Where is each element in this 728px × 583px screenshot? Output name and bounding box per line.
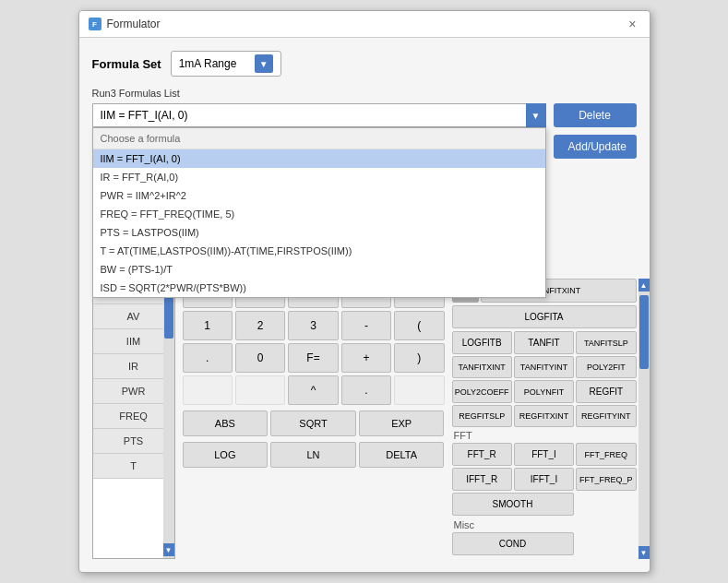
title-bar: F Formulator × bbox=[79, 11, 650, 38]
variables-scrollbar bbox=[163, 280, 174, 558]
right-panel: P LINFITXINT LOGFITA LOGFITB TANFIT TANF… bbox=[452, 279, 637, 559]
numpad-lparen[interactable]: ( bbox=[394, 311, 444, 340]
var-btn-AV[interactable]: AV bbox=[93, 304, 174, 329]
numpad-minus[interactable]: - bbox=[341, 311, 391, 340]
btn-fft-r[interactable]: FFT_R bbox=[452, 443, 512, 466]
numpad-dot[interactable]: . bbox=[183, 343, 233, 373]
btn-logfitb[interactable]: LOGFITB bbox=[452, 331, 512, 354]
numpad-empty1 bbox=[183, 375, 233, 405]
btn-tanfityint[interactable]: TANFITYINT bbox=[514, 356, 574, 378]
var-btn-PWR[interactable]: PWR bbox=[93, 379, 174, 404]
formula-input-container: Choose a formula IIM = FFT_I(AI, 0) IR =… bbox=[92, 103, 546, 127]
logfita-row: LOGFITA bbox=[452, 305, 637, 328]
formula-item-4[interactable]: PTS = LASTPOS(IIM) bbox=[93, 223, 545, 242]
right-scroll-down-btn[interactable] bbox=[638, 546, 650, 559]
btn-regfit[interactable]: REGFIT bbox=[576, 380, 636, 403]
action-buttons: Delete Add/Update bbox=[554, 103, 637, 159]
add-update-button[interactable]: Add/Update bbox=[554, 135, 637, 159]
numpad-plus[interactable]: + bbox=[341, 343, 391, 373]
btn-smooth[interactable]: SMOOTH bbox=[452, 493, 574, 516]
btn-tanfitxint[interactable]: TANFITXINT bbox=[452, 356, 512, 378]
btn-fft-i[interactable]: FFT_I bbox=[514, 443, 574, 466]
math-functions-row2: LOG LN DELTA bbox=[183, 442, 445, 468]
app-icon: F bbox=[89, 18, 101, 30]
numpad-3[interactable]: 3 bbox=[288, 311, 338, 340]
btn-cond[interactable]: COND bbox=[452, 532, 574, 555]
main-area: AI AV IIM IR PWR FREQ PTS T bbox=[92, 279, 637, 559]
numpad-0[interactable]: 0 bbox=[235, 343, 285, 373]
formula-item-5[interactable]: T = AT(TIME,LASTPOS(IIM))-AT(TIME,FIRSTP… bbox=[93, 242, 545, 260]
formula-set-select[interactable]: 1mA Range bbox=[171, 51, 281, 77]
dropdown-header: Choose a formula bbox=[93, 128, 545, 149]
numpad-1[interactable]: 1 bbox=[183, 311, 233, 340]
formulas-list-label: Run3 Formulas List bbox=[92, 88, 637, 99]
btn-regfityint[interactable]: REGFITYINT bbox=[576, 405, 636, 427]
func-sqrt[interactable]: SQRT bbox=[270, 410, 356, 436]
btn-poly2fit[interactable]: POLY2FIT bbox=[576, 356, 636, 378]
title-bar-left: F Formulator bbox=[89, 18, 161, 30]
formula-set-dropdown-arrow[interactable] bbox=[255, 54, 273, 73]
variables-list: AI AV IIM IR PWR FREQ PTS T bbox=[92, 279, 175, 559]
delete-button[interactable]: Delete bbox=[554, 103, 637, 127]
variables-scroll-down[interactable] bbox=[163, 543, 174, 556]
misc-label: Misc bbox=[452, 519, 637, 530]
btn-poly2coeff[interactable]: POLY2COEFF bbox=[452, 380, 512, 403]
fft-label: FFT bbox=[452, 430, 637, 441]
formula-item-7[interactable]: ISD = SQRT(2*PWR/(PTS*BW)) bbox=[93, 279, 545, 297]
formula-set-row: Formula Set 1mA Range bbox=[92, 51, 637, 77]
content-area: Formula Set 1mA Range Run3 Formulas List… bbox=[79, 38, 650, 572]
numpad-empty2 bbox=[235, 375, 285, 405]
func-exp[interactable]: EXP bbox=[359, 410, 445, 436]
numpad-empty3 bbox=[394, 375, 444, 405]
close-button[interactable]: × bbox=[625, 17, 639, 31]
fit-functions-grid: LOGFITB TANFIT TANFITSLP TANFITXINT TANF… bbox=[452, 331, 637, 427]
fft-grid: FFT_R FFT_I FFT_FREQ IFFT_R IFFT_I FFT_F… bbox=[452, 443, 637, 491]
left-panel: AI AV IIM IR PWR FREQ PTS T bbox=[92, 279, 175, 559]
right-scroll-up-btn[interactable] bbox=[638, 279, 650, 292]
btn-polynfit[interactable]: POLYNFIT bbox=[514, 380, 574, 403]
math-functions-row1: ABS SQRT EXP bbox=[183, 410, 445, 436]
btn-regfitxint[interactable]: REGFITXINT bbox=[514, 405, 574, 427]
formulator-window: F Formulator × Formula Set 1mA Range Run… bbox=[78, 10, 650, 573]
btn-ifft-r[interactable]: IFFT_R bbox=[452, 468, 512, 491]
btn-tanfitslp[interactable]: TANFITSLP bbox=[576, 331, 636, 354]
right-scroll-thumb bbox=[639, 295, 649, 369]
func-abs[interactable]: ABS bbox=[183, 410, 269, 436]
var-btn-IR[interactable]: IR bbox=[93, 354, 174, 379]
formula-item-6[interactable]: BW = (PTS-1)/T bbox=[93, 260, 545, 279]
smooth-row: SMOOTH bbox=[452, 493, 637, 516]
numpad-dot2[interactable]: . bbox=[341, 375, 391, 405]
var-btn-T[interactable]: T bbox=[93, 454, 174, 479]
btn-tanfit[interactable]: TANFIT bbox=[514, 331, 574, 354]
btn-fft-freq[interactable]: FFT_FREQ bbox=[576, 443, 636, 466]
formula-dropdown-menu: Choose a formula IIM = FFT_I(AI, 0) IR =… bbox=[92, 127, 546, 298]
btn-logfita[interactable]: LOGFITA bbox=[452, 305, 637, 328]
formula-input-section: Choose a formula IIM = FFT_I(AI, 0) IR =… bbox=[92, 103, 637, 159]
var-btn-FREQ[interactable]: FREQ bbox=[93, 404, 174, 429]
formula-item-2[interactable]: PWR = IIM^2+IR^2 bbox=[93, 186, 545, 205]
btn-regfitslp[interactable]: REGFITSLP bbox=[452, 405, 512, 427]
numpad-feq[interactable]: F= bbox=[288, 343, 338, 373]
numpad-rparen[interactable]: ) bbox=[394, 343, 444, 373]
formula-set-value: 1mA Range bbox=[179, 57, 237, 70]
formula-item-3[interactable]: FREQ = FFT_FREQ(TIME, 5) bbox=[93, 205, 545, 223]
misc-section: Misc COND bbox=[452, 519, 637, 555]
btn-fft-freq-p[interactable]: FFT_FREQ_P bbox=[576, 468, 636, 491]
func-delta[interactable]: DELTA bbox=[359, 442, 445, 468]
func-ln[interactable]: LN bbox=[270, 442, 356, 468]
fft-section: FFT FFT_R FFT_I FFT_FREQ IFFT_R IFFT_I F… bbox=[452, 430, 637, 516]
formula-set-label: Formula Set bbox=[92, 57, 161, 71]
var-btn-IIM[interactable]: IIM bbox=[93, 329, 174, 354]
func-log[interactable]: LOG bbox=[183, 442, 269, 468]
formula-item-0[interactable]: IIM = FFT_I(AI, 0) bbox=[93, 149, 545, 168]
numpad-2[interactable]: 2 bbox=[235, 311, 285, 340]
numpad-caret[interactable]: ^ bbox=[288, 375, 338, 405]
formula-input-dropdown-arrow[interactable] bbox=[526, 103, 546, 127]
right-panel-scrollbar bbox=[638, 279, 650, 559]
var-btn-PTS[interactable]: PTS bbox=[93, 429, 174, 454]
formula-item-1[interactable]: IR = FFT_R(AI,0) bbox=[93, 168, 545, 186]
window-title: Formulator bbox=[107, 18, 161, 30]
btn-ifft-i[interactable]: IFFT_I bbox=[514, 468, 574, 491]
formula-input[interactable] bbox=[92, 103, 546, 127]
right-panel-inner: P LINFITXINT LOGFITA LOGFITB TANFIT TANF… bbox=[452, 279, 637, 559]
